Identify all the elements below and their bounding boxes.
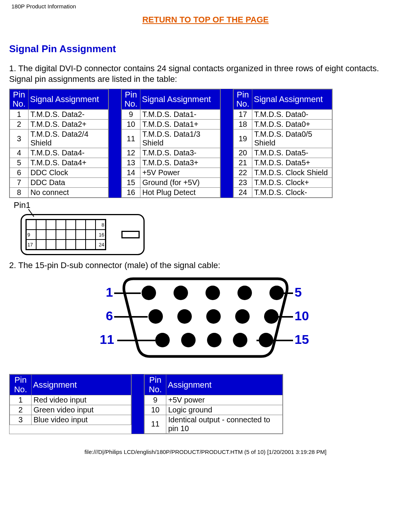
dsub-pin-table: Pin No. Assignment 1Red video input2Gree…: [9, 374, 283, 434]
dvi-pin-cell: 16: [96, 230, 105, 240]
dsub-caption: 2. The 15-pin D-sub connector (male) of …: [0, 258, 411, 270]
page-header: 180P Product Information: [0, 0, 411, 12]
dsub-header-assign: Assignment: [32, 375, 131, 395]
table-row: 8No connect: [10, 188, 108, 198]
dsub-label-10: 10: [295, 308, 309, 323]
table-row: 20T.M.D.S. Data5-: [234, 148, 332, 158]
signal-cell: No connect: [29, 188, 108, 198]
signal-cell: T.M.D.S. Clock Shield: [252, 168, 332, 178]
table-row: 18T.M.D.S. Data0+: [234, 120, 332, 129]
pin-no-cell: 7: [10, 178, 29, 188]
signal-cell: T.M.D.S. Data0-: [252, 110, 332, 120]
pin-no-cell: 16: [122, 188, 140, 198]
table-row: 22T.M.D.S. Clock Shield: [234, 168, 332, 178]
pin-no-cell: 15: [122, 178, 140, 188]
dsub-line: [114, 292, 141, 294]
table-row: 19T.M.D.S. Data0/5 Shield: [234, 129, 332, 148]
dsub-label-15: 15: [295, 332, 309, 347]
pin-no-cell: 17: [234, 110, 252, 120]
signal-cell: T.M.D.S. Data2+: [29, 120, 108, 129]
dvi-header-signal: Signal Assignment: [252, 89, 332, 110]
dvi-pin-grid: 89161724: [25, 219, 106, 250]
intro-paragraph: 1. The digital DVI-D connector contains …: [0, 63, 411, 89]
table-row: 10T.M.D.S. Data1+: [122, 120, 220, 129]
signal-cell: T.M.D.S. Data1+: [140, 120, 220, 129]
pin-no-cell: 14: [122, 168, 140, 178]
pin-no-cell: 11: [145, 415, 166, 433]
pin-no-cell: 20: [234, 148, 252, 158]
pin-no-cell: 9: [145, 395, 166, 405]
pin-no-cell: 2: [10, 120, 29, 129]
pin1-label: Pin1: [14, 200, 30, 210]
signal-cell: DDC Data: [29, 178, 108, 188]
table-spacer: [221, 89, 233, 198]
signal-cell: T.M.D.S. Data5+: [252, 158, 332, 168]
table-row: 4T.M.D.S. Data4-: [10, 148, 108, 158]
signal-cell: T.M.D.S. Data1/3 Shield: [140, 129, 220, 148]
pin-no-cell: 23: [234, 178, 252, 188]
dvi-pin-cell: [86, 230, 96, 240]
dvi-header-pin: Pin No.: [122, 89, 140, 110]
dvi-pin-cell: 9: [26, 230, 36, 240]
dsub-line: [114, 316, 148, 318]
table-row: 13T.M.D.S. Data3+: [122, 158, 220, 168]
pin-no-cell: 18: [234, 120, 252, 129]
dsub-header-pin: Pin No.: [145, 375, 166, 395]
assignment-cell: Red video input: [32, 395, 131, 405]
dvi-header-signal: Signal Assignment: [140, 89, 220, 110]
dsub-sub-1: Pin No. Assignment 1Red video input2Gree…: [10, 374, 131, 425]
dvi-pin-cell: [36, 220, 46, 230]
signal-cell: Ground (for +5V): [140, 178, 220, 188]
pin-no-cell: 11: [122, 129, 140, 148]
pin-no-cell: 12: [122, 148, 140, 158]
signal-cell: T.M.D.S. Data1-: [140, 110, 220, 120]
dvi-pin-cell: [66, 240, 76, 249]
pin-no-cell: 24: [234, 188, 252, 198]
dvi-pin-cell: [56, 230, 66, 240]
table-row: 6DDC Clock: [10, 168, 108, 178]
signal-cell: T.M.D.S. Data0+: [252, 120, 332, 129]
dsub-label-6: 6: [106, 308, 113, 323]
dvi-header-pin: Pin No.: [234, 89, 252, 110]
pin-no-cell: 5: [10, 158, 29, 168]
signal-cell: T.M.D.S. Clock-: [252, 188, 332, 198]
signal-cell: +5V Power: [140, 168, 220, 178]
table-row: 17T.M.D.S. Data0-: [234, 110, 332, 120]
dvi-pin-cell: 17: [26, 240, 36, 249]
dvi-ground-slot: [121, 231, 140, 238]
return-top-link[interactable]: RETURN TO TOP OF THE PAGE: [142, 15, 269, 24]
page-footer: file:///D|/Philips LCD/english/180P/PROD…: [0, 434, 411, 460]
assignment-cell: Identical output - connected to pin 10: [166, 415, 283, 433]
dvi-pin-cell: 24: [96, 240, 105, 249]
table-row: 3Blue video input: [10, 415, 131, 425]
table-row: 1T.M.D.S. Data2-: [10, 110, 108, 120]
signal-cell: T.M.D.S. Data2-: [29, 110, 108, 120]
assignment-cell: Green video input: [32, 405, 131, 415]
signal-cell: Hot Plug Detect: [140, 188, 220, 198]
dvi-connector-outline: 89161724: [21, 214, 145, 255]
pin-no-cell: 22: [234, 168, 252, 178]
table-row: 5T.M.D.S. Data4+: [10, 158, 108, 168]
table-row: 14+5V Power: [122, 168, 220, 178]
table-row: 15Ground (for +5V): [122, 178, 220, 188]
top-link-wrap: RETURN TO TOP OF THE PAGE: [0, 12, 411, 43]
dvi-pin-cell: [66, 230, 76, 240]
dvi-pin-cell: [66, 220, 76, 230]
dvi-pin-table: Pin No. Signal Assignment 1T.M.D.S. Data…: [9, 89, 333, 198]
dsub-label-5: 5: [295, 285, 302, 300]
dsub-label-11: 11: [100, 332, 114, 347]
table-row: 7DDC Data: [10, 178, 108, 188]
table-row: 2Green video input: [10, 405, 131, 415]
signal-cell: DDC Clock: [29, 168, 108, 178]
pin-no-cell: 1: [10, 395, 32, 405]
dvi-header-pin: Pin No.: [10, 89, 29, 110]
table-row: 9T.M.D.S. Data1-: [122, 110, 220, 120]
table-row: 16Hot Plug Detect: [122, 188, 220, 198]
table-spacer: [132, 374, 144, 434]
assignment-cell: Blue video input: [32, 415, 131, 425]
assignment-cell: +5V power: [166, 395, 283, 405]
pin-no-cell: 19: [234, 129, 252, 148]
pin-no-cell: 13: [122, 158, 140, 168]
table-spacer: [109, 89, 121, 198]
dvi-pin-cell: [86, 220, 96, 230]
